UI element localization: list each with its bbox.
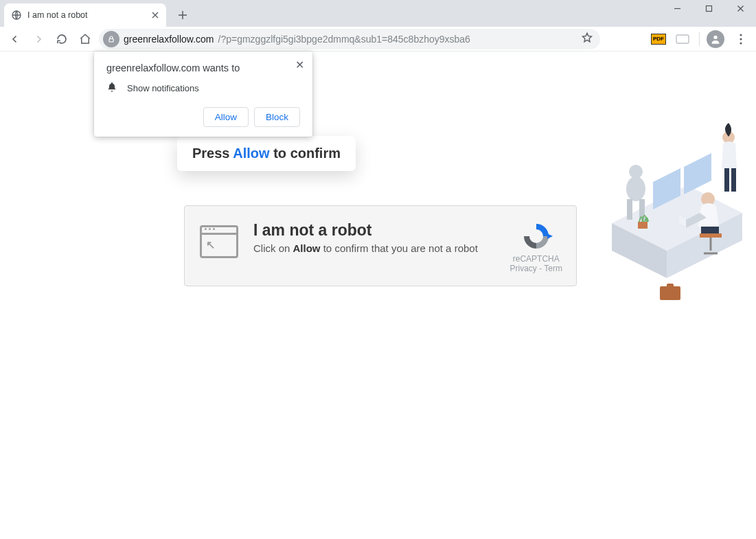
svg-rect-27 xyxy=(700,233,722,238)
svg-point-14 xyxy=(740,42,742,44)
recaptcha-label: reCAPTCHA xyxy=(510,254,562,264)
svg-rect-36 xyxy=(660,286,680,300)
window-minimize-button[interactable] xyxy=(661,0,693,16)
profile-avatar-icon[interactable] xyxy=(707,30,724,48)
pdf-extension-icon[interactable]: PDF xyxy=(651,34,666,45)
captcha-card: ↖ I am not a robot Click on Allow to con… xyxy=(184,205,577,286)
url-path: /?p=gmzggzlfgi5gi3bpge2dmmq&sub1=845c8bz… xyxy=(218,34,470,45)
svg-point-21 xyxy=(626,176,645,201)
svg-point-11 xyxy=(713,35,717,38)
captcha-heading: I am not a robot xyxy=(253,221,478,240)
svg-rect-23 xyxy=(627,199,632,220)
browser-toolbar: greenrelaxfollow.com/?p=gmzggzlfgi5gi3bp… xyxy=(0,27,756,51)
browser-tab[interactable]: I am not a robot xyxy=(4,3,166,27)
svg-rect-37 xyxy=(667,284,674,288)
back-button[interactable] xyxy=(5,30,25,49)
site-info-lock-icon[interactable] xyxy=(103,31,119,47)
svg-rect-9 xyxy=(109,38,113,42)
new-tab-button[interactable] xyxy=(173,5,192,25)
recaptcha-privacy-link[interactable]: Privacy xyxy=(510,264,537,273)
toolbar-divider xyxy=(699,32,700,46)
window-close-button[interactable] xyxy=(724,0,756,16)
reader-mode-icon[interactable] xyxy=(673,30,692,49)
home-button[interactable] xyxy=(76,30,95,49)
allow-button[interactable]: Allow xyxy=(203,107,249,127)
svg-point-13 xyxy=(740,38,742,40)
globe-icon xyxy=(11,10,22,21)
permission-title: greenrelaxfollow.com wants to xyxy=(106,62,300,73)
reload-button[interactable] xyxy=(52,30,71,49)
svg-rect-31 xyxy=(724,168,729,192)
bubble-prefix: Press xyxy=(192,146,233,161)
tab-strip: I am not a robot xyxy=(0,0,756,27)
permission-item-label: Show notifications xyxy=(127,83,199,93)
bookmark-star-icon[interactable] xyxy=(581,32,593,46)
svg-point-22 xyxy=(629,165,643,179)
notification-permission-popup: ✕ greenrelaxfollow.com wants to Show not… xyxy=(94,51,312,137)
kebab-menu-icon[interactable] xyxy=(731,30,751,49)
office-illustration xyxy=(605,106,749,319)
bubble-allow-word: Allow xyxy=(233,146,269,161)
block-button[interactable]: Block xyxy=(254,107,300,127)
recaptcha-logo-icon xyxy=(520,221,553,251)
svg-point-12 xyxy=(740,34,742,36)
browser-window-icon: ↖ xyxy=(200,225,238,258)
svg-marker-15 xyxy=(547,233,553,239)
svg-marker-20 xyxy=(684,153,711,194)
forward-button[interactable] xyxy=(29,30,48,49)
recaptcha-terms-link[interactable]: Term xyxy=(544,264,562,273)
press-allow-tooltip: Press Allow to confirm xyxy=(177,136,356,171)
window-maximize-button[interactable] xyxy=(693,0,724,16)
recaptcha-badge: reCAPTCHA Privacy - Term xyxy=(510,221,562,273)
url-host: greenrelaxfollow.com xyxy=(124,34,214,45)
svg-rect-32 xyxy=(731,168,736,192)
permission-close-icon[interactable]: ✕ xyxy=(295,58,304,71)
bell-icon xyxy=(106,82,117,95)
svg-rect-35 xyxy=(638,222,648,229)
tab-title: I am not a robot xyxy=(27,10,88,20)
tab-close-icon[interactable] xyxy=(151,11,159,19)
address-bar[interactable]: greenrelaxfollow.com/?p=gmzggzlfgi5gi3bp… xyxy=(99,29,600,49)
svg-rect-10 xyxy=(676,35,689,43)
captcha-subtext: Click on Allow to confirm that you are n… xyxy=(253,242,478,254)
svg-rect-1 xyxy=(706,5,711,11)
bubble-suffix: to confirm xyxy=(270,146,341,161)
svg-rect-26 xyxy=(701,227,719,233)
